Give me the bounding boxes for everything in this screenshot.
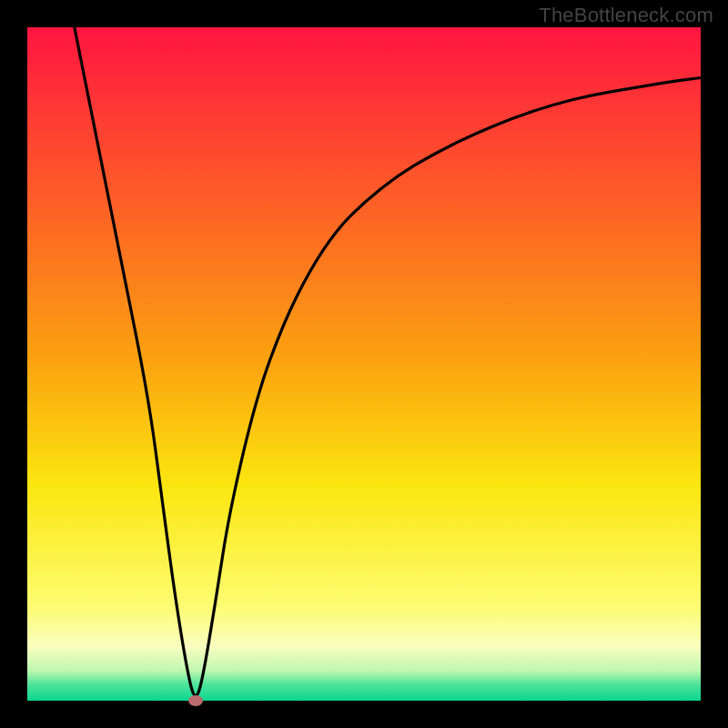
optimal-point-marker [188, 695, 203, 706]
plot-area [27, 27, 701, 701]
gradient-background [27, 27, 701, 701]
watermark-text: TheBottleneck.com [539, 4, 713, 27]
chart-frame: TheBottleneck.com [0, 0, 728, 728]
